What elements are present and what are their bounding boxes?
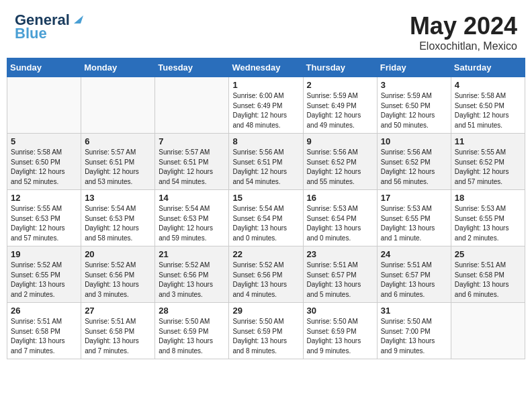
day-number: 17 <box>381 193 447 203</box>
day-info: Sunrise: 5:58 AM Sunset: 6:50 PM Dayligh… <box>11 148 77 187</box>
location-title: Eloxochitlan, Mexico <box>410 40 517 52</box>
day-number: 8 <box>232 136 299 146</box>
calendar-cell: 2Sunrise: 5:59 AM Sunset: 6:49 PM Daylig… <box>303 77 377 134</box>
calendar-week-5: 26Sunrise: 5:51 AM Sunset: 6:58 PM Dayli… <box>7 303 525 359</box>
day-number: 26 <box>11 306 77 316</box>
day-number: 18 <box>455 193 521 203</box>
calendar-cell: 4Sunrise: 5:58 AM Sunset: 6:50 PM Daylig… <box>451 77 525 134</box>
day-number: 14 <box>159 193 225 203</box>
day-info: Sunrise: 5:51 AM Sunset: 6:58 PM Dayligh… <box>455 261 521 300</box>
day-info: Sunrise: 5:56 AM Sunset: 6:51 PM Dayligh… <box>232 148 299 187</box>
weekday-header-wednesday: Wednesday <box>229 58 303 77</box>
day-number: 28 <box>159 306 225 316</box>
day-info: Sunrise: 5:50 AM Sunset: 6:59 PM Dayligh… <box>232 317 299 356</box>
weekday-header-sunday: Sunday <box>7 58 81 77</box>
calendar-cell: 14Sunrise: 5:54 AM Sunset: 6:53 PM Dayli… <box>155 190 229 246</box>
day-info: Sunrise: 5:56 AM Sunset: 6:52 PM Dayligh… <box>381 148 447 187</box>
day-number: 3 <box>381 80 447 90</box>
day-info: Sunrise: 5:51 AM Sunset: 6:58 PM Dayligh… <box>85 317 151 356</box>
calendar-cell: 15Sunrise: 5:54 AM Sunset: 6:54 PM Dayli… <box>229 190 303 246</box>
day-info: Sunrise: 5:54 AM Sunset: 6:53 PM Dayligh… <box>85 204 151 243</box>
calendar-cell: 5Sunrise: 5:58 AM Sunset: 6:50 PM Daylig… <box>7 134 81 190</box>
page-header: General Blue May 2024 Eloxochitlan, Mexi… <box>7 7 525 55</box>
day-info: Sunrise: 5:54 AM Sunset: 6:54 PM Dayligh… <box>232 204 299 243</box>
day-number: 24 <box>381 249 447 259</box>
logo-text-line2: Blue <box>15 26 83 42</box>
weekday-row: SundayMondayTuesdayWednesdayThursdayFrid… <box>7 58 525 77</box>
day-number: 27 <box>85 306 151 316</box>
calendar-week-3: 12Sunrise: 5:55 AM Sunset: 6:53 PM Dayli… <box>7 190 525 246</box>
calendar-header: SundayMondayTuesdayWednesdayThursdayFrid… <box>7 58 525 77</box>
day-info: Sunrise: 5:57 AM Sunset: 6:51 PM Dayligh… <box>85 148 151 187</box>
day-number: 16 <box>307 193 373 203</box>
day-number: 31 <box>381 306 447 316</box>
weekday-header-saturday: Saturday <box>451 58 525 77</box>
logo-bird-icon <box>71 13 83 25</box>
day-number: 13 <box>85 193 151 203</box>
calendar-cell: 30Sunrise: 5:50 AM Sunset: 6:59 PM Dayli… <box>303 303 377 359</box>
day-number: 11 <box>455 136 521 146</box>
day-number: 9 <box>307 136 373 146</box>
calendar-cell: 3Sunrise: 5:59 AM Sunset: 6:50 PM Daylig… <box>377 77 451 134</box>
day-number: 1 <box>232 80 299 90</box>
day-info: Sunrise: 5:50 AM Sunset: 6:59 PM Dayligh… <box>159 317 225 356</box>
calendar-cell: 1Sunrise: 6:00 AM Sunset: 6:49 PM Daylig… <box>229 77 303 134</box>
calendar-cell: 28Sunrise: 5:50 AM Sunset: 6:59 PM Dayli… <box>155 303 229 359</box>
day-number: 4 <box>455 80 521 90</box>
day-info: Sunrise: 5:51 AM Sunset: 6:57 PM Dayligh… <box>307 261 373 300</box>
day-info: Sunrise: 5:53 AM Sunset: 6:55 PM Dayligh… <box>381 204 447 243</box>
day-info: Sunrise: 5:50 AM Sunset: 6:59 PM Dayligh… <box>307 317 373 356</box>
day-info: Sunrise: 5:51 AM Sunset: 6:57 PM Dayligh… <box>381 261 447 300</box>
day-number: 10 <box>381 136 447 146</box>
calendar-cell: 6Sunrise: 5:57 AM Sunset: 6:51 PM Daylig… <box>81 134 155 190</box>
day-number: 25 <box>455 249 521 259</box>
calendar-cell: 8Sunrise: 5:56 AM Sunset: 6:51 PM Daylig… <box>229 134 303 190</box>
day-info: Sunrise: 6:00 AM Sunset: 6:49 PM Dayligh… <box>232 91 299 130</box>
calendar-cell: 22Sunrise: 5:52 AM Sunset: 6:56 PM Dayli… <box>229 246 303 303</box>
day-info: Sunrise: 5:55 AM Sunset: 6:53 PM Dayligh… <box>11 204 77 243</box>
day-info: Sunrise: 5:52 AM Sunset: 6:56 PM Dayligh… <box>232 261 299 300</box>
day-number: 30 <box>307 306 373 316</box>
calendar-cell: 24Sunrise: 5:51 AM Sunset: 6:57 PM Dayli… <box>377 246 451 303</box>
weekday-header-thursday: Thursday <box>303 58 377 77</box>
day-info: Sunrise: 5:52 AM Sunset: 6:55 PM Dayligh… <box>11 261 77 300</box>
day-info: Sunrise: 5:53 AM Sunset: 6:55 PM Dayligh… <box>455 204 521 243</box>
day-number: 6 <box>85 136 151 146</box>
calendar-cell: 29Sunrise: 5:50 AM Sunset: 6:59 PM Dayli… <box>229 303 303 359</box>
calendar-cell: 19Sunrise: 5:52 AM Sunset: 6:55 PM Dayli… <box>7 246 81 303</box>
day-number: 7 <box>159 136 225 146</box>
calendar-cell: 23Sunrise: 5:51 AM Sunset: 6:57 PM Dayli… <box>303 246 377 303</box>
day-number: 15 <box>232 193 299 203</box>
calendar-cell: 25Sunrise: 5:51 AM Sunset: 6:58 PM Dayli… <box>451 246 525 303</box>
day-number: 21 <box>159 249 225 259</box>
calendar-cell: 11Sunrise: 5:55 AM Sunset: 6:52 PM Dayli… <box>451 134 525 190</box>
day-number: 12 <box>11 193 77 203</box>
day-info: Sunrise: 5:54 AM Sunset: 6:53 PM Dayligh… <box>159 204 225 243</box>
calendar-cell: 9Sunrise: 5:56 AM Sunset: 6:52 PM Daylig… <box>303 134 377 190</box>
calendar-cell: 7Sunrise: 5:57 AM Sunset: 6:51 PM Daylig… <box>155 134 229 190</box>
calendar-cell: 27Sunrise: 5:51 AM Sunset: 6:58 PM Dayli… <box>81 303 155 359</box>
calendar-cell: 26Sunrise: 5:51 AM Sunset: 6:58 PM Dayli… <box>7 303 81 359</box>
day-info: Sunrise: 5:56 AM Sunset: 6:52 PM Dayligh… <box>307 148 373 187</box>
calendar-cell: 17Sunrise: 5:53 AM Sunset: 6:55 PM Dayli… <box>377 190 451 246</box>
svg-marker-0 <box>74 15 83 24</box>
calendar-cell: 16Sunrise: 5:53 AM Sunset: 6:54 PM Dayli… <box>303 190 377 246</box>
day-number: 19 <box>11 249 77 259</box>
day-number: 2 <box>307 80 373 90</box>
day-number: 22 <box>232 249 299 259</box>
title-block: May 2024 Eloxochitlan, Mexico <box>410 12 517 52</box>
day-number: 29 <box>232 306 299 316</box>
calendar-cell: 10Sunrise: 5:56 AM Sunset: 6:52 PM Dayli… <box>377 134 451 190</box>
calendar-table: SundayMondayTuesdayWednesdayThursdayFrid… <box>7 58 525 359</box>
day-number: 23 <box>307 249 373 259</box>
calendar-body: 1Sunrise: 6:00 AM Sunset: 6:49 PM Daylig… <box>7 77 525 359</box>
day-info: Sunrise: 5:52 AM Sunset: 6:56 PM Dayligh… <box>159 261 225 300</box>
calendar-week-1: 1Sunrise: 6:00 AM Sunset: 6:49 PM Daylig… <box>7 77 525 134</box>
weekday-header-friday: Friday <box>377 58 451 77</box>
day-info: Sunrise: 5:57 AM Sunset: 6:51 PM Dayligh… <box>159 148 225 187</box>
calendar-cell: 20Sunrise: 5:52 AM Sunset: 6:56 PM Dayli… <box>81 246 155 303</box>
calendar-cell: 31Sunrise: 5:50 AM Sunset: 7:00 PM Dayli… <box>377 303 451 359</box>
calendar-cell: 12Sunrise: 5:55 AM Sunset: 6:53 PM Dayli… <box>7 190 81 246</box>
calendar-cell <box>81 77 155 134</box>
weekday-header-monday: Monday <box>81 58 155 77</box>
